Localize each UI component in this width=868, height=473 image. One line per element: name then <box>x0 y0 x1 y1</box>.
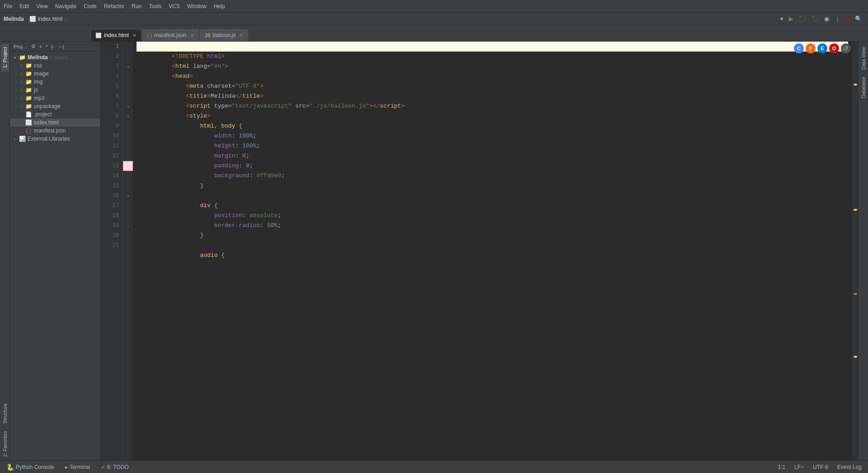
line-num-5: 5 <box>100 81 123 91</box>
edge-icon[interactable]: E <box>817 43 827 53</box>
python-console-btn[interactable]: 🐍 Python Console <box>4 462 57 473</box>
fold-8-icon[interactable]: ▾ <box>127 114 129 119</box>
fold-19-icon[interactable]: ▵ <box>127 223 129 228</box>
editor-area: C F E O ↺ 1 2 3 4 5 6 7 8 9 10 11 12 13 <box>100 42 858 460</box>
menu-view[interactable]: View <box>33 1 52 11</box>
sidebar-proj-label[interactable]: Proj… <box>12 43 29 50</box>
menu-file[interactable]: File <box>0 1 16 11</box>
gutter-5 <box>123 81 133 91</box>
breadcrumb-toolbar: ▾ ▶ ⬛ ⬛ ◉ ⋮ ■ 🔍 <box>778 14 864 23</box>
tab-index-html[interactable]: ⬜ index.html ✕ <box>90 29 142 41</box>
code-area[interactable]: <!DOCTYPE html> <html lang="en"> <head> … <box>133 42 852 460</box>
sidebar-collapse-icon[interactable]: |- <box>49 43 56 50</box>
menu-code[interactable]: Code <box>80 1 100 11</box>
menu-navigate[interactable]: Navigate <box>52 1 80 11</box>
chrome-icon[interactable]: C <box>794 43 804 53</box>
tree-item-unpackage[interactable]: › 📁 unpackage <box>10 102 100 110</box>
tree-item-index-html[interactable]: ⬜ index.html <box>10 118 100 127</box>
sidebar-expand-icon[interactable]: →| <box>56 43 66 50</box>
sidebar-add-icon[interactable]: + <box>38 43 44 50</box>
folder-icon-js: 📁 <box>24 87 33 93</box>
tab-close-manifest-json[interactable]: ✕ <box>190 33 194 38</box>
tab-close-balloon-js[interactable]: ✕ <box>239 33 243 38</box>
line-num-12: 12 <box>100 151 123 161</box>
gutter-4 <box>123 71 133 81</box>
vtab-database[interactable]: Database <box>859 73 868 102</box>
breadcrumb-project[interactable]: Melinda <box>4 16 24 22</box>
vtab-project[interactable]: 1: Project <box>1 43 9 71</box>
tab-manifest-json[interactable]: { } manifest.json ✕ <box>142 29 199 41</box>
coverage-button[interactable]: ⬛ <box>809 14 821 23</box>
breadcrumb-expand-btn[interactable]: ▾ <box>778 14 786 23</box>
menu-run[interactable]: Run <box>128 1 145 11</box>
status-right: 1:1 LF÷ UTF-8 Event Log <box>775 464 864 470</box>
debug-button[interactable]: ⬛ <box>797 14 808 23</box>
menu-edit[interactable]: Edit <box>16 1 33 11</box>
event-log[interactable]: Event Log <box>835 464 864 470</box>
arrow-js: › <box>18 88 24 93</box>
todo-btn[interactable]: ✓ 6: TODO <box>98 462 132 472</box>
editor-scrollbar[interactable] <box>852 42 858 460</box>
tree-item-external-libs[interactable]: › 📊 External Libraries <box>10 135 100 143</box>
fold-3-icon[interactable]: ▾ <box>127 64 129 69</box>
tab-close-index-html[interactable]: ✕ <box>132 33 137 38</box>
menu-refactor[interactable]: Refactor <box>100 1 128 11</box>
tree-item-manifest-json[interactable]: { } manifest.json <box>10 127 100 135</box>
tree-item-img[interactable]: › 📁 img <box>10 78 100 86</box>
run-button[interactable]: ▶ <box>787 14 796 23</box>
tree-item-mp3[interactable]: › 📁 mp3 <box>10 94 100 102</box>
search-button[interactable]: 🔍 <box>853 14 864 23</box>
editor-gutter: ▾ ▾ ▾ ▾ ▵ <box>123 42 133 460</box>
terminal-icon: ▸ <box>65 464 68 470</box>
browser-icons: C F E O ↺ <box>794 43 851 53</box>
line-num-16: 16 <box>100 191 123 201</box>
breadcrumb-file[interactable]: index.html <box>38 16 63 22</box>
sidebar-settings-icon[interactable]: ⚙ <box>29 43 38 50</box>
arrow-melinda: ▾ <box>12 55 18 60</box>
file-icon-index-html: ⬜ <box>24 119 33 126</box>
tab-balloon-js[interactable]: JS balloon.js ✕ <box>200 29 249 41</box>
vtab-favorites[interactable]: 2: Favorites <box>1 427 9 460</box>
reload-icon[interactable]: ↺ <box>841 43 851 53</box>
left-vtabs: 1: Project Structure 2: Favorites <box>0 42 10 460</box>
sidebar-sync-icon[interactable]: * <box>44 43 49 50</box>
line-num-1: 1 <box>100 42 123 52</box>
line-num-4: 4 <box>100 71 123 81</box>
tree-item-css[interactable]: › 📁 css <box>10 61 100 70</box>
gutter-10 <box>123 131 133 141</box>
menu-help[interactable]: Help <box>210 1 229 11</box>
terminal-btn[interactable]: ▸ Terminal <box>62 462 93 472</box>
fold-16-icon[interactable]: ▾ <box>127 194 129 199</box>
folder-icon-mp3: 📁 <box>24 95 33 101</box>
line-num-14: 14 <box>100 171 123 181</box>
tree-item-image[interactable]: › 📁 image <box>10 70 100 78</box>
menu-window[interactable]: Window <box>184 1 210 11</box>
profile-button[interactable]: ◉ <box>822 14 831 23</box>
todo-label: 6: TODO <box>107 464 129 470</box>
line-numbers: 1 2 3 4 5 6 7 8 9 10 11 12 13 14 15 16 1… <box>100 42 123 460</box>
gutter-20 <box>123 231 133 241</box>
vtab-structure[interactable]: Structure <box>1 400 9 427</box>
line-num-2: 2 <box>100 52 123 61</box>
line-num-13: 13 <box>100 161 123 171</box>
tab-icon-js: JS <box>205 33 211 38</box>
line-num-11: 11 <box>100 141 123 151</box>
arrow-mp3: › <box>18 96 24 101</box>
stop-button[interactable]: ■ <box>844 14 852 23</box>
line-num-20: 20 <box>100 231 123 241</box>
tree-item-js[interactable]: › 📁 js <box>10 86 100 94</box>
menu-tools[interactable]: Tools <box>145 1 165 11</box>
fold-7-icon[interactable]: ▾ <box>127 104 129 109</box>
firefox-icon[interactable]: F <box>806 43 816 53</box>
menu-vcs[interactable]: VCS <box>165 1 184 11</box>
scrollbar-marker-yellow3 <box>854 356 857 358</box>
vtab-data-view[interactable]: Data View <box>859 43 868 73</box>
code-line-21: audio { <box>137 241 848 251</box>
tree-item-melinda[interactable]: ▾ 📁 Melinda C:\Users\ <box>10 53 100 61</box>
tree-item-project[interactable]: 📄 .project <box>10 110 100 118</box>
tree-label-melinda: Melinda <box>28 54 48 61</box>
more-button[interactable]: ⋮ <box>832 14 843 23</box>
gutter-6 <box>123 91 133 101</box>
opera-icon[interactable]: O <box>829 43 839 53</box>
menu-bar: File Edit View Navigate Code Refactor Ru… <box>0 0 868 13</box>
